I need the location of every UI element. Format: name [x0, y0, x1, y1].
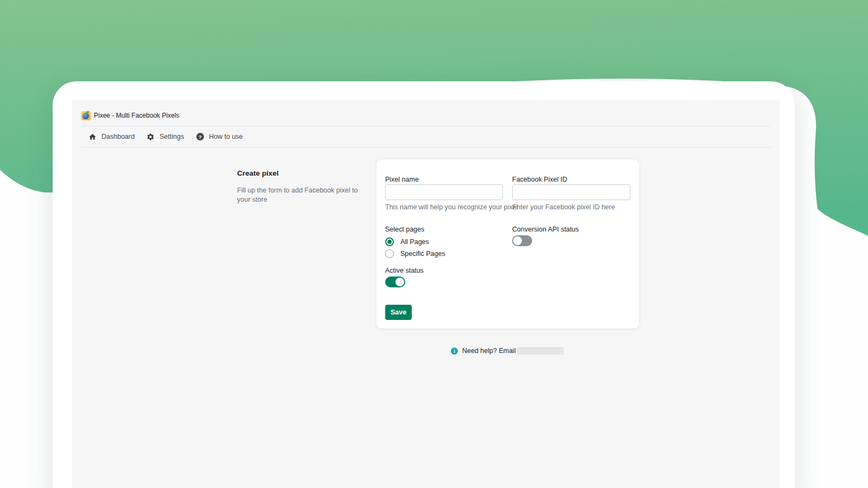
page: Pixee - Multi Facebook Pixels Dashboard … — [0, 0, 868, 488]
save-button[interactable]: Save — [385, 305, 412, 320]
active-status-toggle[interactable] — [385, 277, 405, 287]
conversion-api-toggle[interactable] — [512, 235, 532, 246]
berry-icon — [82, 113, 89, 119]
pixel-name-label: Pixel name — [385, 176, 419, 183]
create-pixel-form-card: Pixel name This name will help you recog… — [376, 159, 639, 329]
section-description: Fill up the form to add Facebook pixel t… — [237, 186, 366, 204]
nav-item-label: Settings — [159, 133, 184, 140]
gear-icon — [146, 133, 155, 141]
pixel-name-help: This name will help you recognize your p… — [385, 203, 518, 211]
home-icon — [88, 133, 97, 141]
facebook-pixel-id-input[interactable] — [512, 184, 630, 200]
help-circle-icon: ? — [196, 133, 204, 140]
facebook-pixel-id-label: Facebook Pixel ID — [512, 176, 567, 183]
section-title: Create pixel — [237, 169, 279, 177]
app-title: Pixee - Multi Facebook Pixels — [94, 112, 179, 120]
active-status-label: Active status — [385, 267, 424, 274]
radio-icon[interactable] — [385, 237, 394, 246]
select-pages-label: Select pages — [385, 226, 424, 233]
radio-icon[interactable] — [385, 249, 394, 258]
nav-divider — [81, 147, 771, 147]
radio-specific-pages[interactable]: Specific Pages — [385, 249, 445, 258]
nav-item-how-to-use[interactable]: ? How to use — [196, 126, 243, 147]
facebook-pixel-id-help: Enter your Facebook pixel ID here — [512, 203, 615, 211]
redacted-email — [517, 347, 564, 355]
header-divider — [81, 126, 771, 126]
app-surface: Pixee - Multi Facebook Pixels Dashboard … — [72, 100, 780, 488]
leaf-icon — [86, 111, 90, 114]
radio-all-pages[interactable]: All Pages — [385, 237, 429, 246]
app-window-card: Pixee - Multi Facebook Pixels Dashboard … — [53, 81, 795, 488]
radio-label: Specific Pages — [400, 250, 445, 258]
app-logo-icon — [81, 111, 91, 120]
info-icon: i — [451, 348, 458, 355]
radio-label: All Pages — [400, 238, 429, 246]
nav-item-label: How to use — [209, 133, 243, 140]
pixel-name-input[interactable] — [385, 184, 503, 200]
conversion-api-status-label: Conversion API status — [512, 226, 579, 233]
nav-item-label: Dashboard — [101, 133, 135, 140]
nav-item-dashboard[interactable]: Dashboard — [88, 126, 135, 147]
nav-item-settings[interactable]: Settings — [146, 126, 184, 147]
need-help-text: Need help? Email us — [462, 347, 525, 355]
